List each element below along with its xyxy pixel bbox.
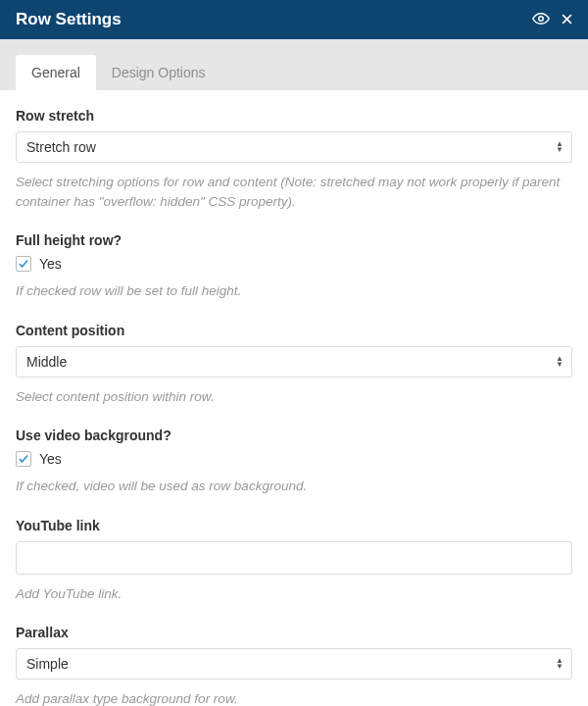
field-row-stretch: Row stretch Stretch row ▲▼ Select stretc… bbox=[16, 108, 572, 211]
full-height-checkbox-row: Yes bbox=[16, 256, 572, 272]
row-stretch-value: Stretch row bbox=[16, 131, 572, 163]
tab-general[interactable]: General bbox=[16, 55, 96, 90]
full-height-checkbox-label: Yes bbox=[39, 256, 62, 272]
video-bg-label: Use video background? bbox=[16, 428, 572, 443]
tab-design-options[interactable]: Design Options bbox=[96, 55, 221, 90]
content-position-hint: Select content position within row. bbox=[16, 387, 572, 407]
close-icon[interactable] bbox=[560, 12, 574, 28]
video-bg-hint: If checked, video will be used as row ba… bbox=[16, 477, 572, 496]
video-bg-checkbox[interactable] bbox=[16, 451, 31, 467]
content-position-value: Middle bbox=[16, 346, 572, 378]
video-bg-checkbox-label: Yes bbox=[39, 451, 62, 467]
field-content-position: Content position Middle ▲▼ Select conten… bbox=[16, 323, 572, 407]
parallax-select[interactable]: Simple ▲▼ bbox=[16, 648, 572, 680]
parallax-value: Simple bbox=[16, 648, 572, 680]
row-stretch-label: Row stretch bbox=[16, 108, 572, 124]
field-parallax: Parallax Simple ▲▼ Add parallax type bac… bbox=[16, 625, 572, 706]
youtube-input[interactable] bbox=[16, 541, 572, 575]
modal-header: Row Settings bbox=[0, 0, 588, 39]
field-youtube: YouTube link Add YouTube link. bbox=[16, 518, 572, 604]
field-full-height: Full height row? Yes If checked row will… bbox=[16, 232, 572, 301]
panel-general: Row stretch Stretch row ▲▼ Select stretc… bbox=[0, 90, 588, 706]
full-height-checkbox[interactable] bbox=[16, 256, 31, 272]
modal-title: Row Settings bbox=[16, 10, 122, 29]
svg-point-0 bbox=[539, 17, 544, 22]
youtube-hint: Add YouTube link. bbox=[16, 584, 572, 604]
header-controls bbox=[532, 10, 574, 29]
full-height-label: Full height row? bbox=[16, 232, 572, 248]
field-video-bg: Use video background? Yes If checked, vi… bbox=[16, 428, 572, 496]
eye-icon[interactable] bbox=[532, 10, 550, 29]
parallax-hint: Add parallax type background for row. bbox=[16, 689, 572, 706]
tabs-bar: General Design Options bbox=[0, 39, 588, 90]
content-position-label: Content position bbox=[16, 323, 572, 338]
full-height-hint: If checked row will be set to full heigh… bbox=[16, 281, 572, 301]
parallax-label: Parallax bbox=[16, 625, 572, 640]
video-bg-checkbox-row: Yes bbox=[16, 451, 572, 467]
row-stretch-hint: Select stretching options for row and co… bbox=[16, 173, 572, 211]
row-settings-modal: Row Settings General Design Options Row … bbox=[0, 0, 588, 706]
youtube-label: YouTube link bbox=[16, 518, 572, 533]
content-position-select[interactable]: Middle ▲▼ bbox=[16, 346, 572, 378]
row-stretch-select[interactable]: Stretch row ▲▼ bbox=[16, 131, 572, 163]
